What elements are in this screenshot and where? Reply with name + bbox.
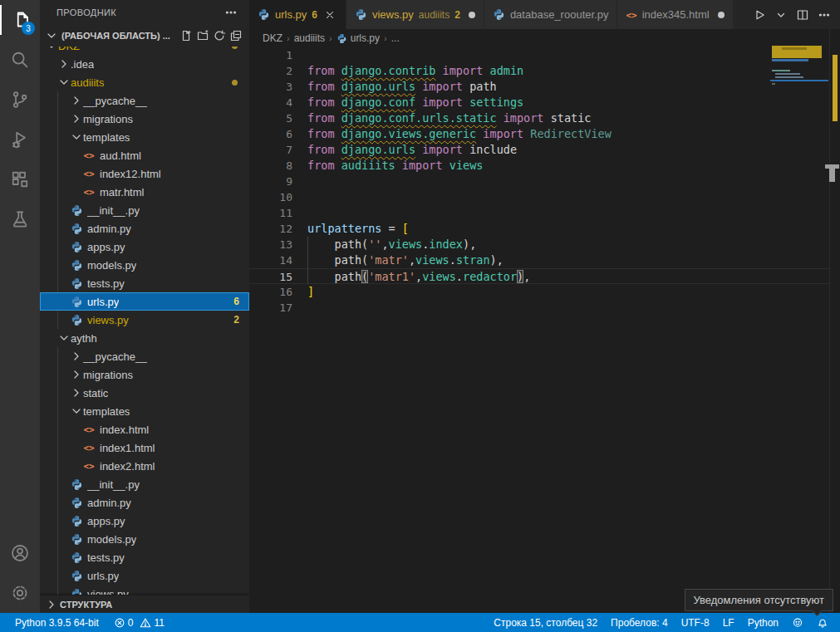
- tree-item--pycache-[interactable]: __pycache__: [40, 91, 249, 110]
- tree-item-tests-py[interactable]: tests.py: [40, 548, 249, 566]
- breadcrumb-item-urls-py[interactable]: urls.py: [336, 32, 380, 44]
- activity-bar-item-source-control[interactable]: [0, 80, 40, 120]
- tree-item-aud-html[interactable]: <>aud.html: [40, 146, 249, 164]
- breadcrumb-item-audiiits[interactable]: audiiits: [294, 32, 325, 44]
- tree-item-index1-html[interactable]: <>index1.html: [40, 438, 249, 457]
- status-cursor-position[interactable]: Строка 15, столбец 32: [487, 613, 604, 632]
- tree-item-apps-py[interactable]: apps.py: [40, 238, 249, 256]
- code-token: [415, 96, 422, 109]
- workspace-section-header[interactable]: (РАБОЧАЯ ОБЛАСТЬ) ...: [40, 25, 249, 47]
- more-actions-button[interactable]: [815, 6, 833, 24]
- line-number: 12: [249, 221, 292, 237]
- tree-item--init-py[interactable]: __init__.py: [40, 475, 249, 493]
- tree-item-admin-py[interactable]: admin.py: [40, 219, 249, 238]
- tab-label: views.py: [372, 8, 414, 21]
- tree-item-label: static: [83, 387, 108, 399]
- tree-item-audiiits[interactable]: audiiits: [40, 73, 249, 91]
- tree-item-views-py[interactable]: views.py: [40, 585, 249, 595]
- tree-item-index12-html[interactable]: <>index12.html: [40, 164, 249, 183]
- run-dropdown[interactable]: [772, 6, 790, 24]
- tree-item-dkz[interactable]: DKZ: [40, 47, 249, 55]
- code-text: path('matr',views.stran),: [292, 252, 504, 268]
- close-icon[interactable]: [322, 7, 337, 22]
- activity-bar-item-settings[interactable]: [0, 573, 40, 613]
- problems-badge: 6: [233, 296, 239, 307]
- tree-item-tests-py[interactable]: tests.py: [40, 274, 249, 292]
- activity-bar-item-testing[interactable]: [0, 199, 40, 239]
- status-indentation[interactable]: Пробелов: 4: [604, 613, 675, 632]
- activity-bar-item-search[interactable]: [0, 40, 40, 80]
- tree-item-index-html[interactable]: <>index.html: [40, 420, 249, 438]
- new-file-button[interactable]: [178, 27, 194, 44]
- tree-item-models-py[interactable]: models.py: [40, 530, 249, 548]
- code-editor[interactable]: 12from django.contrib import admin3from …: [249, 47, 840, 613]
- code-token: stran: [456, 253, 490, 267]
- editor-scrollbar[interactable]: [829, 29, 840, 613]
- status-language-mode[interactable]: Python: [741, 613, 785, 632]
- tree-item-index2-html[interactable]: <>index2.html: [40, 457, 249, 475]
- tab-views-py[interactable]: views.pyaudiiits2: [346, 0, 484, 29]
- tree-item--pycache-[interactable]: __pycache__: [40, 347, 249, 365]
- explorer-sidebar: ПРОВОДНИК (РАБОЧАЯ ОБЛАСТЬ) ... DKZ.idea…: [40, 0, 249, 613]
- status-label: Python: [748, 617, 779, 629]
- tree-item-migrations[interactable]: migrations: [40, 110, 249, 128]
- warning-icon: [140, 617, 151, 629]
- activity-bar-item-run-debug[interactable]: [0, 120, 40, 159]
- tree-item-urls-py[interactable]: urls.py6: [40, 292, 249, 311]
- code-token: [: [402, 222, 409, 235]
- run-button[interactable]: [750, 6, 769, 24]
- tree-item-static[interactable]: static: [40, 384, 249, 402]
- tree-item-migrations[interactable]: migrations: [40, 365, 249, 384]
- tree-item--init-py[interactable]: __init__.py: [40, 201, 249, 219]
- activity-bar-item-account[interactable]: [0, 533, 40, 573]
- tree-item-matr-html[interactable]: <>matr.html: [40, 183, 249, 201]
- chevron-right-icon: [70, 112, 83, 125]
- status-python-interpreter[interactable]: Python 3.9.5 64-bit: [8, 613, 106, 632]
- line-number: 3: [249, 79, 292, 95]
- tree-item-admin-py[interactable]: admin.py: [40, 493, 249, 512]
- code-token: path: [469, 80, 497, 93]
- tab-index345-html[interactable]: <>index345.html: [617, 0, 733, 29]
- code-token: import: [422, 80, 463, 93]
- tree-item-models-py[interactable]: models.py: [40, 256, 249, 274]
- tree-item-urls-py[interactable]: urls.py: [40, 566, 249, 585]
- tab-urls-py[interactable]: urls.py6: [249, 0, 346, 29]
- tree-item-views-py[interactable]: views.py2: [40, 311, 249, 329]
- code-token: include: [469, 143, 517, 156]
- tree-item-apps-py[interactable]: apps.py: [40, 512, 249, 530]
- tab-label: database_roouter.py: [510, 8, 609, 21]
- feedback-icon: [792, 617, 803, 629]
- tab-database-roouter-py[interactable]: database_roouter.py: [484, 0, 618, 29]
- refresh-button[interactable]: [211, 27, 228, 44]
- status-notifications-bell[interactable]: [810, 613, 835, 632]
- code-token: ]: [307, 285, 314, 298]
- outline-label: СТРУКТУРА: [60, 600, 112, 610]
- activity-bar-item-explorer[interactable]: 3: [0, 0, 40, 40]
- tab-label: urls.py: [275, 8, 307, 21]
- breadcrumb-item-dkz[interactable]: DKZ: [263, 32, 282, 44]
- status-eol[interactable]: LF: [716, 613, 741, 632]
- code-token: ): [517, 270, 523, 283]
- code-line-2: 2from django.contrib import admin: [249, 63, 840, 79]
- activity-bar-item-extensions[interactable]: [0, 159, 40, 199]
- code-text: [292, 300, 307, 316]
- collapse-all-button[interactable]: [228, 27, 244, 44]
- outline-section-header[interactable]: СТРУКТУРА: [40, 595, 249, 613]
- tree-item-templates[interactable]: templates: [40, 402, 249, 420]
- code-token: 'matr1': [368, 270, 415, 283]
- tree-item--idea[interactable]: .idea: [40, 55, 249, 73]
- status-feedback[interactable]: [785, 613, 810, 632]
- html-file-icon: <>: [82, 167, 96, 180]
- tree-item-label: tests.py: [87, 551, 125, 564]
- code-token: [463, 80, 469, 93]
- sidebar-more-actions[interactable]: [223, 4, 239, 21]
- tree-item-templates[interactable]: templates: [40, 128, 249, 146]
- breadcrumb-item--[interactable]: ...: [391, 32, 400, 44]
- status-encoding[interactable]: UTF-8: [675, 613, 716, 632]
- new-folder-button[interactable]: [194, 27, 211, 44]
- chevron-down-icon: [43, 27, 60, 44]
- code-token: admin: [490, 64, 524, 77]
- tree-item-aythh[interactable]: aythh: [40, 329, 249, 347]
- split-editor-button[interactable]: [793, 6, 812, 24]
- status-problems[interactable]: 011: [107, 613, 171, 632]
